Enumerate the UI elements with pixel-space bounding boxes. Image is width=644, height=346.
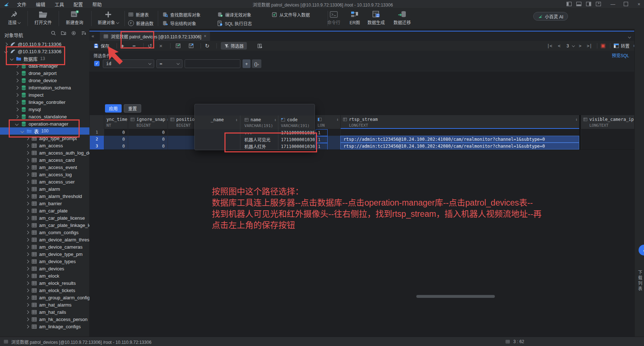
tree-item[interactable]: am_elock_tickets [0, 287, 89, 294]
cell-narrow[interactable]: 1 [316, 129, 328, 136]
tab-browse-data[interactable]: 浏览数据 patrol_devices [@10.110.9.72:13306]… [100, 31, 210, 41]
tree-item[interactable]: am_comm_configs [0, 229, 89, 236]
add-condition-button[interactable]: + [243, 59, 251, 68]
first-page-icon[interactable]: |< [547, 42, 552, 50]
cell-ync-time[interactable]: 0 [104, 143, 128, 149]
tree-item[interactable]: am_linkage_configs [0, 323, 89, 330]
add-group-button[interactable]: ()+ [252, 59, 261, 68]
cell-ignore-snap[interactable]: 0 [128, 129, 168, 136]
reset-button[interactable]: 重置 [124, 104, 141, 113]
page-selector[interactable]: 3 [567, 42, 574, 50]
menu-item[interactable]: 文件 [12, 2, 31, 7]
tree-item[interactable]: am_hk_access_person [0, 316, 89, 323]
sort-icon[interactable]: ▲▼ [337, 118, 338, 121]
er-diagram-button[interactable]: ER图 [346, 9, 363, 25]
maximize-button[interactable] [622, 1, 630, 7]
compile-invalid-button[interactable]: 编译无效对象 [217, 11, 251, 18]
tree-item[interactable]: inspect [0, 91, 89, 98]
download-list-tab[interactable]: 下载列表 [637, 270, 643, 292]
ai-assistant-button[interactable]: 小百灵 AI [533, 12, 568, 21]
column-header-ignore-snap[interactable]: ignore_snap▲▼ BIGINT [128, 115, 168, 129]
new-query-button[interactable]: SQL 新建查询 [62, 9, 87, 25]
apply-button[interactable]: 应用 [105, 104, 122, 113]
cell-narrow[interactable]: 1 [316, 143, 328, 150]
cell-narrow[interactable]: 1 [316, 136, 328, 143]
tree-item[interactable]: mysql [0, 106, 89, 113]
new-table-button[interactable]: 新建表 [128, 11, 149, 18]
filter-enabled-checkbox[interactable]: ✓ [94, 61, 100, 66]
sort-icon[interactable]: ▲▼ [576, 118, 577, 121]
export-structure-button[interactable]: 导出结构对象 [162, 20, 196, 27]
tree-item[interactable]: am_alarm [0, 185, 89, 193]
sort-icon[interactable] [81, 30, 87, 36]
tree-item[interactable]: am_device_types [0, 258, 89, 265]
tree-item[interactable]: information_schema [0, 84, 89, 91]
tree-item[interactable]: am_group_alarm_configs [0, 294, 89, 301]
column-header-longtext-narrow[interactable]: ▲▼ LON [315, 115, 340, 129]
tree-item[interactable]: am_alarm_threshold [0, 193, 89, 200]
transpose-button[interactable]: 转置 [614, 42, 630, 50]
horizontal-scrollbar[interactable] [416, 295, 495, 298]
menu-item[interactable]: 编辑 [31, 2, 50, 7]
tree-item[interactable]: am_car_plate_license [0, 214, 89, 221]
preview-sql-link[interactable]: 预览SQL [612, 52, 629, 58]
tree-item[interactable]: am_car_plate [0, 207, 89, 214]
tree-item[interactable]: am_access_card [0, 156, 89, 164]
panel-header-code[interactable]: code VARCHAR(191) [278, 115, 315, 129]
data-generate-button[interactable]: 101ABC 数据生成 [365, 9, 387, 25]
tree-item[interactable]: am_access_log [0, 171, 89, 178]
row-number[interactable]: 2 [89, 136, 104, 143]
new-function-button[interactable]: F 新建函数 [128, 20, 153, 27]
cell-rtsp-stream[interactable]: rtsp://admin:tc123456@10.24.100.202:4208… [340, 143, 579, 149]
import-data-icon[interactable] [175, 42, 181, 50]
column-header-visible-camera-ip[interactable]: visible_camera_ip LONGTEXT [581, 115, 634, 129]
tree-item[interactable]: am_device_cameras [0, 243, 89, 250]
column-display-icon[interactable] [257, 42, 262, 50]
tree-item[interactable]: am_access_user [0, 178, 89, 185]
sort-icon[interactable]: ▲▼ [275, 118, 276, 121]
find-db-object-button[interactable]: 查找数据库对象 [162, 11, 201, 18]
menu-item[interactable]: 工具 [50, 2, 69, 7]
filter-toggle-button[interactable]: 筛选器 [221, 42, 247, 50]
layout-right-icon[interactable] [586, 2, 591, 6]
tree-item[interactable]: am_devices [0, 265, 89, 272]
layout-left-icon[interactable] [567, 2, 572, 6]
tree-item[interactable]: am_access [0, 142, 89, 149]
open-file-button[interactable]: 打开文件 [32, 9, 54, 25]
tree-item[interactable]: drone_airport [0, 69, 89, 77]
cancel-changes-icon[interactable]: × [159, 42, 163, 50]
locate-icon[interactable] [71, 30, 77, 36]
next-page-icon[interactable]: > [579, 42, 581, 50]
filter-value-input[interactable] [185, 59, 240, 68]
tree-item[interactable]: am_hat_rails [0, 308, 89, 316]
cell-ignore-snap[interactable]: 0 [128, 136, 168, 143]
panel-header-name-partial[interactable]: _name▲▼ [195, 115, 240, 129]
stop-button[interactable] [601, 42, 606, 50]
collapse-tabs-icon[interactable]: « [92, 33, 94, 39]
command-line-button[interactable]: 命令行 [323, 9, 344, 25]
last-page-icon[interactable]: >| [587, 42, 592, 50]
cell-visible-camera-ip[interactable] [581, 129, 634, 136]
cell-ync-time[interactable]: 0 [104, 136, 128, 143]
column-header-rtsp-stream[interactable]: rtsp_stream▲▼ LONGTEXT [340, 115, 579, 129]
filter-operator-dropdown[interactable]: = [156, 59, 182, 68]
cell-visible-camera-ip[interactable] [581, 136, 634, 143]
row-number[interactable]: 3 [89, 143, 104, 149]
export-data-icon[interactable] [188, 42, 194, 50]
tab-list-chevron-icon[interactable] [627, 35, 631, 40]
refresh-icon[interactable]: ↻ [205, 42, 210, 50]
tree-item[interactable]: am_access_event [0, 164, 89, 171]
search-icon[interactable] [51, 30, 56, 36]
layout-bottom-icon[interactable] [576, 2, 581, 6]
sql-log-button[interactable]: SQL 执行日志 [217, 20, 252, 27]
import-from-file-button[interactable]: 从文件导入数据 [272, 11, 310, 18]
cell-visible-camera-ip[interactable] [581, 143, 634, 149]
close-button[interactable]: × [635, 1, 643, 7]
tree-item[interactable]: am_hat_alarms [0, 301, 89, 308]
tree-item[interactable]: am_access_auth_log_detail [0, 149, 89, 156]
tree-item[interactable]: am_car_plate_linkage_log [0, 221, 89, 229]
cell-ignore-snap[interactable]: 0 [128, 143, 168, 149]
row-number[interactable]: 1 [89, 129, 104, 136]
tree-item[interactable]: am_device_alarm_threshold [0, 236, 89, 243]
cell-rtsp-stream[interactable] [340, 129, 579, 136]
